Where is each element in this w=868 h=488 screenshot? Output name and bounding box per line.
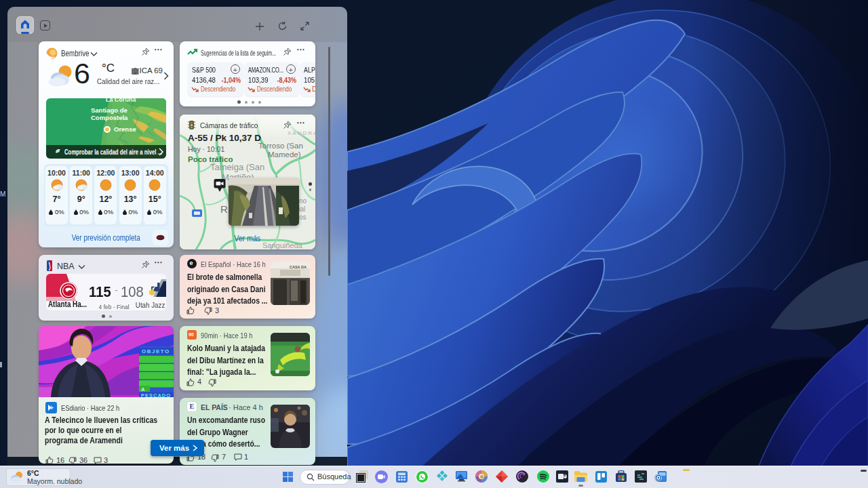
svg-text:A: A <box>141 386 145 392</box>
svg-text:Tameiga (San: Tameiga (San <box>210 162 264 172</box>
svg-text:PESCADO: PESCADO <box>141 392 171 397</box>
svg-text:M: M <box>0 190 5 198</box>
svg-text:Comprobar la calidad del aire: Comprobar la calidad del aire a nivel ..… <box>64 148 162 156</box>
svg-text:R: R <box>220 203 228 215</box>
svg-text:Compostela: Compostela <box>91 114 128 121</box>
svg-text:La Coruña: La Coruña <box>106 98 136 103</box>
svg-text:CASA DA: CASA DA <box>290 265 307 269</box>
svg-text:Santiago de: Santiago de <box>91 106 127 114</box>
svg-text:os: os <box>299 214 307 221</box>
svg-text:Mamede): Mamede) <box>268 150 301 159</box>
svg-text:Torroso (San: Torroso (San <box>258 142 303 150</box>
svg-text:no: no <box>299 197 307 205</box>
svg-text:Orense: Orense <box>114 125 136 133</box>
svg-text:OBJETO: OBJETO <box>142 348 170 354</box>
